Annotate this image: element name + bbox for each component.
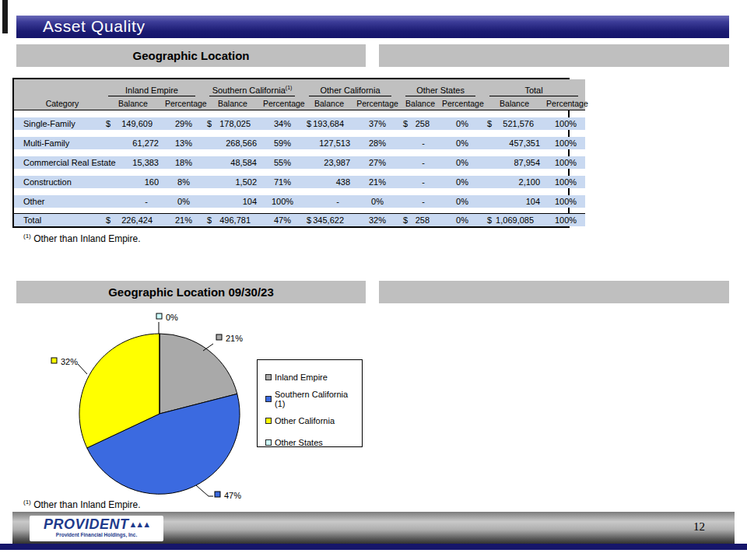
cell-percentage: 0%	[442, 156, 482, 169]
geographic-table: Inland EmpireSouthern California(1)Other…	[14, 79, 585, 226]
callout-label: 21%	[226, 334, 243, 343]
cell-percentage: 28%	[356, 137, 398, 149]
callout-leader-line	[196, 485, 213, 496]
cell-percentage: 0%	[165, 195, 202, 208]
bottom-strip	[0, 544, 747, 550]
cell-percentage: 100%	[546, 156, 585, 169]
percentage-header: Percentage	[356, 96, 398, 110]
spacer-row	[14, 149, 585, 156]
cell-balance: $178,025	[202, 117, 263, 130]
cell-balance: $1,069,085	[482, 213, 546, 226]
table-row: Single-Family$149,60929%$178,02534%$193,…	[14, 117, 585, 130]
footnote-text: Other than Inland Empire.	[33, 499, 140, 510]
table-row: Other-0%104100%-0%-0%104100%	[14, 195, 585, 208]
geographic-table-container: Inland EmpireSouthern California(1)Other…	[12, 78, 570, 228]
cell-percentage: 18%	[165, 156, 202, 169]
cell-percentage: 37%	[356, 117, 398, 130]
cell-percentage: 0%	[442, 176, 482, 188]
cell-category: Construction	[14, 176, 101, 188]
group-header: Other California	[302, 79, 398, 96]
section2-title: Geographic Location 09/30/23	[108, 285, 274, 299]
legend-label: Inland Empire	[275, 373, 328, 382]
callout-swatch	[215, 492, 220, 497]
category-header: Category	[14, 96, 101, 110]
section2-header: Geographic Location 09/30/23	[16, 281, 366, 303]
callout-label: 32%	[61, 357, 78, 366]
footnote-marker: (1)	[23, 499, 31, 506]
balance-header: Balance	[202, 96, 263, 110]
legend-label: Other California	[275, 416, 335, 425]
footer-bar: PROVIDENT▲▲▲ Provident Financial Holding…	[12, 512, 735, 544]
provident-logo: PROVIDENT▲▲▲ Provident Financial Holding…	[30, 516, 163, 541]
legend-item: Inland Empire	[265, 366, 359, 388]
cell-balance: 268,566	[202, 137, 263, 149]
cell-balance: $258	[398, 117, 442, 130]
legend-swatch	[265, 418, 272, 424]
logo-text: PROVIDENT	[44, 516, 129, 532]
chart-footnote: (1) Other than Inland Empire.	[23, 499, 141, 510]
table-row: Construction1608%1,50271%43821%-0%2,1001…	[14, 176, 585, 188]
footnote-marker: (1)	[23, 233, 31, 240]
balance-header: Balance	[302, 96, 356, 110]
cell-percentage: 29%	[165, 117, 202, 130]
section1-header-spacer	[379, 44, 729, 67]
group-header: Inland Empire	[101, 79, 202, 96]
balance-header: Balance	[398, 96, 442, 110]
slide-title-bar: Asset Quality	[16, 16, 729, 38]
corner-mark	[2, 0, 8, 33]
spacer-row	[14, 110, 585, 117]
cell-category: Single-Family	[14, 117, 101, 130]
cell-balance: 438	[302, 176, 356, 188]
callout-swatch	[156, 313, 162, 319]
cell-percentage: 0%	[442, 213, 482, 226]
cell-percentage: 100%	[546, 176, 585, 188]
cell-percentage: 100%	[546, 117, 585, 130]
slide: Asset Quality Geographic Location Inland…	[0, 0, 747, 560]
cell-percentage: 100%	[546, 137, 585, 149]
cell-percentage: 100%	[546, 213, 585, 226]
section1-title: Geographic Location	[132, 49, 249, 62]
cell-category: Other	[14, 195, 101, 208]
cell-percentage: 21%	[356, 176, 398, 188]
cell-balance: $193,684	[302, 117, 356, 130]
cell-category: Commercial Real Estate	[14, 156, 101, 169]
cell-category: Multi-Family	[14, 137, 101, 149]
legend-swatch	[265, 374, 272, 380]
cell-percentage: 32%	[356, 213, 398, 226]
cell-balance: -	[101, 195, 165, 208]
cell-balance: $258	[398, 213, 442, 226]
cell-percentage: 71%	[263, 176, 302, 188]
legend-item: Other California	[265, 410, 359, 432]
cell-balance: $226,424	[101, 213, 165, 226]
cell-balance: 127,513	[302, 137, 356, 149]
legend-label: Southern California (1)	[275, 390, 359, 408]
spacer-row	[14, 169, 585, 176]
callout-label: 0%	[166, 313, 178, 322]
pie-legend: Inland EmpireSouthern California (1)Othe…	[257, 359, 363, 447]
cell-percentage: 0%	[442, 137, 482, 149]
section2-header-spacer	[379, 281, 729, 303]
cell-balance: -	[398, 176, 442, 188]
cell-percentage: 100%	[546, 195, 585, 208]
cell-percentage: 8%	[165, 176, 202, 188]
table-group-header-row: Inland EmpireSouthern California(1)Other…	[14, 79, 585, 96]
table-column-header-row: CategoryBalancePercentageBalancePercenta…	[14, 96, 585, 110]
cell-balance: $521,576	[482, 117, 546, 130]
cell-balance: -	[398, 137, 442, 149]
callout-swatch	[216, 334, 222, 340]
table-row: Multi-Family61,27213%268,56659%127,51328…	[14, 137, 585, 149]
page-title: Asset Quality	[43, 17, 146, 35]
cell-percentage: 21%	[165, 213, 202, 226]
cell-balance: $149,609	[101, 117, 165, 130]
percentage-header: Percentage	[442, 96, 482, 110]
page-number: 12	[693, 520, 705, 534]
spacer-row	[14, 188, 585, 195]
cell-percentage: 100%	[263, 195, 302, 208]
legend-swatch	[265, 439, 272, 446]
percentage-header: Percentage	[546, 96, 585, 110]
cell-balance: 48,584	[202, 156, 263, 169]
logo-subtext: Provident Financial Holdings, Inc.	[30, 532, 163, 537]
callout-label: 47%	[224, 491, 241, 500]
cell-percentage: 13%	[165, 137, 202, 149]
percentage-header: Percentage	[263, 96, 302, 110]
